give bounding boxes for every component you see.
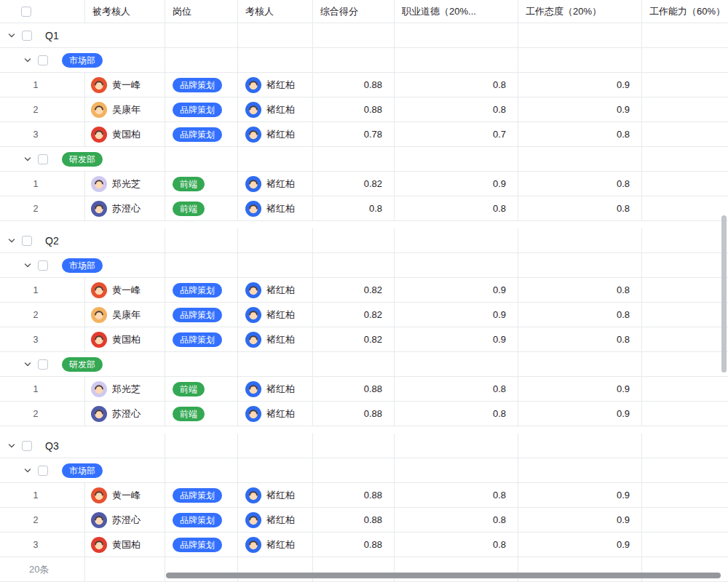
select-all-checkbox[interactable] — [21, 7, 31, 17]
chevron-down-icon[interactable] — [23, 466, 32, 475]
assessee-cell: 黄国柏 — [85, 533, 165, 557]
department-checkbox[interactable] — [38, 260, 48, 271]
table-row[interactable]: 2苏澄心前端褚红柏0.80.80.8 — [0, 196, 728, 221]
assessor-avatar — [245, 102, 261, 118]
table-row[interactable]: 3黄国柏品牌策划褚红柏0.780.70.8 — [0, 122, 728, 147]
table-row[interactable]: 1郑光芝前端褚红柏0.880.80.9 — [0, 377, 728, 402]
row-index-cell: 3 — [0, 327, 85, 351]
composite-score-cell: 0.88 — [313, 483, 395, 507]
assessor-name: 褚红柏 — [266, 103, 295, 116]
ability-score-cell — [642, 377, 728, 401]
empty-cell — [395, 253, 518, 277]
assessee-name: 吴康年 — [112, 103, 141, 116]
row-index: 2 — [29, 515, 42, 525]
ethics-score-value: 0.8 — [493, 490, 506, 501]
horizontal-scrollbar[interactable] — [166, 573, 721, 578]
empty-cell — [165, 458, 238, 482]
assessor-avatar — [245, 307, 261, 323]
chevron-down-icon[interactable] — [23, 261, 32, 270]
position-tag: 品牌策划 — [173, 283, 222, 298]
empty-cell — [642, 48, 728, 72]
group-row[interactable]: Q3 — [0, 434, 728, 458]
assessor-name: 褚红柏 — [266, 514, 295, 527]
table-row[interactable]: 2吴康年品牌策划褚红柏0.880.80.9 — [0, 97, 728, 122]
assessor-name: 褚红柏 — [266, 79, 295, 92]
attitude-score-cell: 0.8 — [518, 196, 642, 220]
chevron-down-icon[interactable] — [7, 236, 16, 245]
attitude-score-value: 0.9 — [617, 79, 630, 90]
assessor-name: 褚红柏 — [266, 489, 295, 502]
position-tag: 品牌策划 — [173, 538, 222, 552]
department-badge: 市场部 — [62, 258, 103, 273]
attitude-score-cell: 0.9 — [518, 73, 642, 97]
row-index: 2 — [29, 204, 42, 214]
empty-cell — [165, 147, 238, 171]
row-index: 2 — [29, 310, 42, 320]
position-tag: 品牌策划 — [173, 488, 222, 503]
chevron-down-icon[interactable] — [7, 31, 16, 40]
department-checkbox[interactable] — [38, 55, 48, 65]
department-row[interactable]: 研发部 — [0, 147, 728, 172]
group-label: Q3 — [45, 440, 59, 452]
department-checkbox[interactable] — [38, 154, 48, 164]
assessee-name: 吴康年 — [112, 308, 141, 322]
department-checkbox[interactable] — [38, 359, 48, 370]
table-row[interactable]: 3黄国柏品牌策划褚红柏0.880.80.9 — [0, 533, 728, 557]
group-row[interactable]: Q1 — [0, 23, 728, 48]
department-row[interactable]: 市场部 — [0, 253, 728, 278]
department-row[interactable]: 市场部 — [0, 458, 728, 483]
attitude-score-cell: 0.9 — [518, 97, 642, 121]
ethics-score-cell: 0.7 — [395, 122, 518, 146]
table-row[interactable]: 2苏澄心品牌策划褚红柏0.880.80.9 — [0, 508, 728, 533]
position-tag: 品牌策划 — [173, 78, 222, 92]
group-checkbox[interactable] — [22, 236, 32, 246]
record-count-cell: 20条 — [0, 557, 85, 581]
department-row[interactable]: 研发部 — [0, 352, 728, 377]
assessor-cell: 褚红柏 — [238, 122, 313, 146]
composite-score-cell: 0.88 — [313, 402, 395, 426]
assessor-cell: 褚红柏 — [238, 483, 313, 507]
chevron-down-icon[interactable] — [23, 56, 32, 65]
assessor-name: 褚红柏 — [266, 128, 295, 141]
chevron-down-icon[interactable] — [23, 155, 32, 164]
ability-score-cell — [642, 533, 728, 557]
empty-cell — [313, 458, 395, 482]
group-row[interactable]: Q2 — [0, 228, 728, 253]
empty-cell — [238, 352, 313, 376]
row-index-cell: 1 — [0, 377, 85, 401]
attitude-score-cell: 0.9 — [518, 377, 642, 401]
assessee-name: 黄一峰 — [112, 489, 141, 502]
assessee-avatar — [91, 102, 107, 118]
chevron-down-icon[interactable] — [7, 442, 16, 450]
assessor-cell: 褚红柏 — [238, 303, 313, 327]
table-row[interactable]: 2吴康年品牌策划褚红柏0.820.90.8 — [0, 303, 728, 327]
empty-cell — [518, 253, 642, 277]
group-checkbox[interactable] — [22, 441, 32, 451]
assessor-avatar — [245, 201, 261, 217]
vertical-scrollbar[interactable] — [721, 215, 727, 372]
department-badge: 市场部 — [62, 53, 103, 68]
table-row[interactable]: 1黄一峰品牌策划褚红柏0.880.80.9 — [0, 483, 728, 508]
attitude-score-cell: 0.9 — [518, 402, 642, 426]
position-tag: 品牌策划 — [173, 127, 222, 142]
table-row[interactable]: 1黄一峰品牌策划褚红柏0.880.80.9 — [0, 73, 728, 97]
position-tag: 前端 — [173, 202, 205, 216]
table-row[interactable]: 1郑光芝前端褚红柏0.820.90.8 — [0, 172, 728, 196]
table-row[interactable]: 3黄国柏品牌策划褚红柏0.820.90.8 — [0, 327, 728, 352]
row-index-cell: 3 — [0, 122, 85, 146]
attitude-score-value: 0.9 — [617, 383, 630, 394]
chevron-down-icon[interactable] — [23, 360, 32, 369]
assessee-avatar — [91, 332, 107, 348]
group-checkbox[interactable] — [22, 31, 32, 41]
table-row[interactable]: 2苏澄心前端褚红柏0.880.80.9 — [0, 402, 728, 426]
table-row[interactable]: 1黄一峰品牌策划褚红柏0.820.90.8 — [0, 278, 728, 303]
assessor-avatar — [245, 176, 261, 192]
ability-score-cell — [642, 122, 728, 146]
composite-score-cell: 0.78 — [313, 122, 395, 146]
attitude-score-value: 0.8 — [617, 129, 630, 140]
department-checkbox[interactable] — [38, 466, 48, 476]
assessor-avatar — [245, 77, 261, 93]
department-row[interactable]: 市场部 — [0, 48, 728, 73]
composite-score-value: 0.82 — [364, 284, 382, 295]
row-index-cell: 1 — [0, 278, 85, 302]
